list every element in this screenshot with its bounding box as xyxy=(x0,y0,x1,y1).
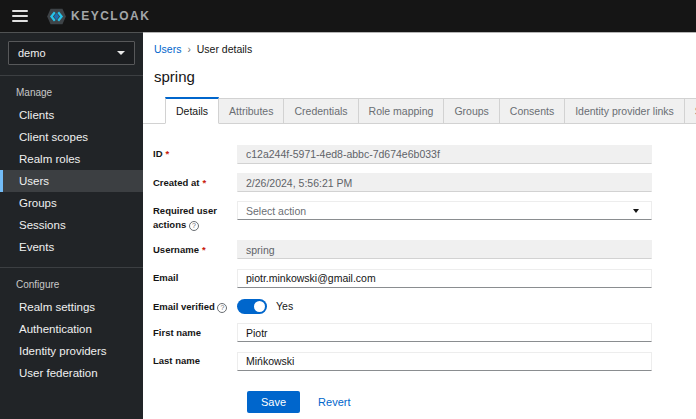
help-icon[interactable]: ? xyxy=(189,221,199,231)
sidebar-item-user-federation[interactable]: User federation xyxy=(0,362,143,384)
toggle-knob xyxy=(254,301,265,312)
required-marker: * xyxy=(202,177,206,188)
required-marker: * xyxy=(166,148,170,159)
form-row-first-name: First name xyxy=(153,323,652,343)
nav-group-title-manage: Manage xyxy=(0,76,143,104)
tab-role-mapping[interactable]: Role mapping xyxy=(359,98,445,124)
tab-attributes[interactable]: Attributes xyxy=(219,98,284,124)
breadcrumb-separator-icon: › xyxy=(187,44,190,55)
sidebar-item-users[interactable]: Users xyxy=(0,170,143,192)
breadcrumb: Users › User details xyxy=(143,32,696,55)
keycloak-logo-icon xyxy=(46,8,67,25)
form-row-created-at: Created at* xyxy=(153,173,652,193)
form-row-last-name: Last name xyxy=(153,351,652,371)
sidebar-item-realm-settings[interactable]: Realm settings xyxy=(0,296,143,318)
id-field xyxy=(237,145,652,164)
form-row-username: Username* xyxy=(153,240,652,260)
email-verified-state: Yes xyxy=(276,300,293,312)
realm-selector[interactable]: demo xyxy=(8,41,135,65)
email-verified-toggle[interactable] xyxy=(237,299,267,314)
sidebar: demo Manage Clients Client scopes Realm … xyxy=(0,32,143,419)
sidebar-item-events[interactable]: Events xyxy=(0,236,143,258)
last-name-field[interactable] xyxy=(237,352,652,371)
chevron-down-icon xyxy=(633,209,639,213)
sidebar-item-client-scopes[interactable]: Client scopes xyxy=(0,126,143,148)
menu-toggle-icon[interactable] xyxy=(12,10,28,22)
chevron-down-icon xyxy=(117,51,125,55)
created-at-label: Created at* xyxy=(153,173,237,193)
page-title: spring xyxy=(143,55,696,97)
sidebar-item-authentication[interactable]: Authentication xyxy=(0,318,143,340)
email-verified-label: Email verified ? xyxy=(153,297,237,314)
nav-group-title-configure: Configure xyxy=(0,268,143,296)
help-icon[interactable]: ? xyxy=(217,303,227,313)
first-name-field[interactable] xyxy=(237,323,652,342)
form-row-email-verified: Email verified ? Yes xyxy=(153,297,652,314)
sidebar-item-sessions[interactable]: Sessions xyxy=(0,214,143,236)
username-label: Username* xyxy=(153,240,237,260)
sidebar-item-realm-roles[interactable]: Realm roles xyxy=(0,148,143,170)
required-user-actions-label: Required user actions ? xyxy=(153,201,237,231)
brand-text: KEYCLOAK xyxy=(71,9,150,23)
email-field[interactable] xyxy=(237,269,652,288)
breadcrumb-current: User details xyxy=(197,43,252,55)
username-field xyxy=(237,240,652,259)
revert-button[interactable]: Revert xyxy=(318,396,350,408)
first-name-label: First name xyxy=(153,323,237,343)
tab-credentials[interactable]: Credentials xyxy=(284,98,358,124)
form-row-required-user-actions: Required user actions ? Select action xyxy=(153,201,652,231)
required-user-actions-select[interactable]: Select action xyxy=(237,201,652,220)
user-details-form: ID* Created at* Required user actions ? xyxy=(143,124,696,413)
sidebar-item-clients[interactable]: Clients xyxy=(0,104,143,126)
tabs-bar: Details Attributes Credentials Role mapp… xyxy=(143,97,696,124)
main-content: Users › User details spring Details Attr… xyxy=(143,32,696,419)
save-button[interactable]: Save xyxy=(247,391,300,413)
form-actions: Save Revert xyxy=(247,391,652,413)
masthead: KEYCLOAK xyxy=(0,0,696,32)
sidebar-item-identity-providers[interactable]: Identity providers xyxy=(0,340,143,362)
realm-selector-value: demo xyxy=(18,47,46,59)
tab-identity-provider-links[interactable]: Identity provider links xyxy=(565,98,685,124)
tab-groups[interactable]: Groups xyxy=(444,98,499,124)
last-name-label: Last name xyxy=(153,351,237,371)
tab-consents[interactable]: Consents xyxy=(500,98,565,124)
form-row-id: ID* xyxy=(153,144,652,164)
email-label: Email xyxy=(153,268,237,288)
tab-sessions[interactable]: Sessions xyxy=(685,98,696,124)
tab-details[interactable]: Details xyxy=(165,97,219,124)
created-at-field xyxy=(237,173,652,192)
form-row-email: Email xyxy=(153,268,652,288)
select-placeholder: Select action xyxy=(246,205,306,217)
sidebar-item-groups[interactable]: Groups xyxy=(0,192,143,214)
required-marker: * xyxy=(202,244,206,255)
id-label: ID* xyxy=(153,144,237,164)
breadcrumb-users-link[interactable]: Users xyxy=(154,43,181,55)
keycloak-logo: KEYCLOAK xyxy=(46,8,150,25)
